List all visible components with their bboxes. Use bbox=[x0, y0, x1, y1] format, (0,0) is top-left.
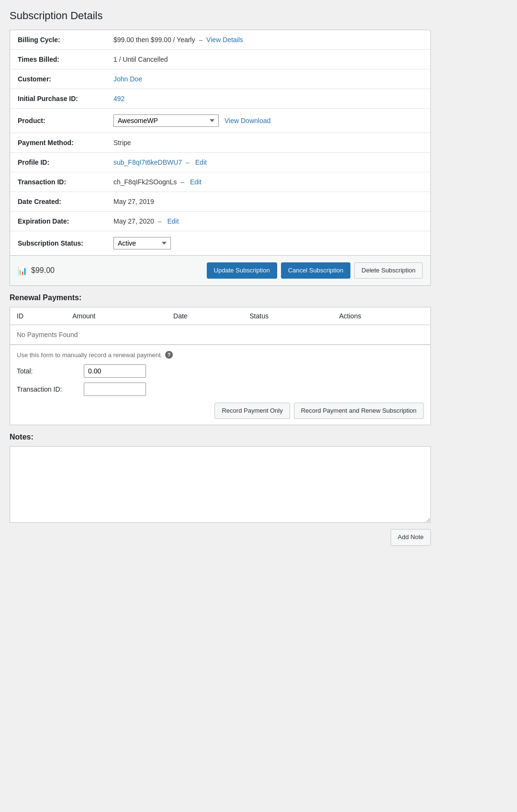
delete-subscription-button[interactable]: Delete Subscription bbox=[354, 262, 423, 279]
total-input[interactable] bbox=[84, 364, 146, 378]
cancel-subscription-button[interactable]: Cancel Subscription bbox=[281, 262, 351, 279]
subscription-status-label: Subscription Status: bbox=[10, 231, 106, 256]
payment-transaction-id-label: Transaction ID: bbox=[17, 385, 84, 393]
profile-id-value: sub_F8qI7t6keDBWU7 – Edit bbox=[106, 153, 430, 172]
form-buttons: Record Payment Only Record Payment and R… bbox=[17, 401, 424, 419]
transaction-id-row: Transaction ID: ch_F8qIFk2SOognLs – Edit bbox=[10, 172, 430, 192]
expiration-date-row: Expiration Date: May 27, 2020 – Edit bbox=[10, 212, 430, 231]
customer-label: Customer: bbox=[10, 69, 106, 89]
renewal-table-header: ID Amount Date Status Actions bbox=[10, 307, 430, 325]
record-payment-renew-button[interactable]: Record Payment and Renew Subscription bbox=[294, 403, 424, 419]
update-subscription-button[interactable]: Update Subscription bbox=[207, 262, 277, 279]
customer-row: Customer: John Doe bbox=[10, 69, 430, 89]
transaction-id-edit-link[interactable]: Edit bbox=[190, 178, 202, 186]
price-icon: 📊 bbox=[18, 266, 27, 275]
payment-method-row: Payment Method: Stripe bbox=[10, 133, 430, 153]
price-value: $99.00 bbox=[31, 266, 55, 275]
transaction-id-value: ch_F8qIFk2SOognLs – Edit bbox=[106, 172, 430, 192]
subscription-details-card: Billing Cycle: $99.00 then $99.00 / Year… bbox=[10, 30, 431, 286]
price-display: 📊 $99.00 bbox=[18, 266, 55, 275]
initial-purchase-row: Initial Purchase ID: 492 bbox=[10, 89, 430, 109]
product-select[interactable]: AwesomeWP bbox=[113, 114, 219, 127]
action-buttons: Update Subscription Cancel Subscription … bbox=[207, 262, 423, 279]
payment-method-value: Stripe bbox=[106, 133, 430, 153]
subscription-status-select[interactable]: Active Pending Expired Cancelled bbox=[113, 237, 171, 249]
initial-purchase-value: 492 bbox=[106, 89, 430, 109]
profile-id-link[interactable]: sub_F8qI7t6keDBWU7 bbox=[113, 158, 182, 166]
col-date: Date bbox=[167, 307, 243, 325]
notes-title: Notes: bbox=[10, 433, 431, 441]
details-table: Billing Cycle: $99.00 then $99.00 / Year… bbox=[10, 30, 430, 255]
transaction-id-label: Transaction ID: bbox=[10, 172, 106, 192]
record-payment-form: Use this form to manually record a renew… bbox=[10, 345, 430, 425]
subscription-status-value: Active Pending Expired Cancelled bbox=[106, 231, 430, 256]
product-row: Product: AwesomeWP View Download bbox=[10, 109, 430, 133]
renewal-table: ID Amount Date Status Actions No Payment… bbox=[10, 307, 430, 345]
date-created-value: May 27, 2019 bbox=[106, 192, 430, 212]
page-title: Subscription Details bbox=[10, 10, 431, 22]
billing-cycle-value: $99.00 then $99.00 / Yearly – View Detai… bbox=[106, 30, 430, 50]
help-icon[interactable]: ? bbox=[165, 351, 173, 359]
customer-link[interactable]: John Doe bbox=[113, 75, 142, 83]
date-created-label: Date Created: bbox=[10, 192, 106, 212]
total-row: Total: bbox=[17, 364, 424, 378]
view-details-link[interactable]: View Details bbox=[206, 36, 243, 44]
profile-id-edit-link[interactable]: Edit bbox=[195, 158, 207, 166]
notes-section: Notes: Add Note bbox=[10, 433, 431, 545]
payment-transaction-id-input[interactable] bbox=[84, 383, 146, 396]
initial-purchase-label: Initial Purchase ID: bbox=[10, 89, 106, 109]
renewal-payments-card: ID Amount Date Status Actions No Payment… bbox=[10, 307, 431, 425]
renewal-payments-title: Renewal Payments: bbox=[10, 293, 431, 302]
times-billed-row: Times Billed: 1 / Until Cancelled bbox=[10, 50, 430, 69]
times-billed-value: 1 / Until Cancelled bbox=[106, 50, 430, 69]
add-note-button[interactable]: Add Note bbox=[391, 529, 431, 545]
record-payment-only-button[interactable]: Record Payment Only bbox=[214, 403, 290, 419]
col-amount: Amount bbox=[66, 307, 167, 325]
customer-value: John Doe bbox=[106, 69, 430, 89]
total-label: Total: bbox=[17, 367, 84, 375]
no-payments-row: No Payments Found bbox=[10, 325, 430, 345]
actions-row: 📊 $99.00 Update Subscription Cancel Subs… bbox=[10, 255, 430, 285]
payment-method-label: Payment Method: bbox=[10, 133, 106, 153]
profile-id-label: Profile ID: bbox=[10, 153, 106, 172]
profile-id-row: Profile ID: sub_F8qI7t6keDBWU7 – Edit bbox=[10, 153, 430, 172]
no-payments-text: No Payments Found bbox=[10, 325, 430, 345]
billing-cycle-label: Billing Cycle: bbox=[10, 30, 106, 50]
col-id: ID bbox=[10, 307, 66, 325]
billing-cycle-row: Billing Cycle: $99.00 then $99.00 / Year… bbox=[10, 30, 430, 50]
renewal-payments-section: Renewal Payments: ID Amount Date Status … bbox=[10, 293, 431, 425]
expiration-date-value: May 27, 2020 – Edit bbox=[106, 212, 430, 231]
date-created-row: Date Created: May 27, 2019 bbox=[10, 192, 430, 212]
view-download-link[interactable]: View Download bbox=[225, 117, 270, 124]
product-label: Product: bbox=[10, 109, 106, 133]
notes-textarea[interactable] bbox=[10, 446, 431, 523]
notes-footer: Add Note bbox=[10, 529, 431, 545]
subscription-status-row: Subscription Status: Active Pending Expi… bbox=[10, 231, 430, 256]
product-value: AwesomeWP View Download bbox=[106, 109, 430, 133]
expiration-date-edit-link[interactable]: Edit bbox=[167, 217, 179, 225]
purchase-id-link[interactable]: 492 bbox=[113, 95, 124, 102]
times-billed-label: Times Billed: bbox=[10, 50, 106, 69]
expiration-date-label: Expiration Date: bbox=[10, 212, 106, 231]
form-hint: Use this form to manually record a renew… bbox=[17, 351, 424, 359]
col-actions: Actions bbox=[333, 307, 430, 325]
payment-transaction-id-row: Transaction ID: bbox=[17, 383, 424, 396]
col-status: Status bbox=[243, 307, 332, 325]
